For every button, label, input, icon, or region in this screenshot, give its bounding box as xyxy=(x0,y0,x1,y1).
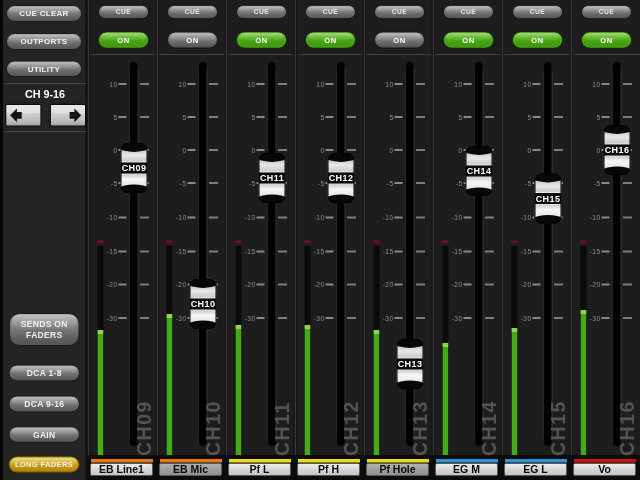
svg-text:LONG FADERS: LONG FADERS xyxy=(15,460,73,469)
svg-text:CH09: CH09 xyxy=(133,400,155,456)
svg-text:ON: ON xyxy=(393,36,405,45)
svg-text:0: 0 xyxy=(113,147,117,154)
svg-text:ON: ON xyxy=(117,36,129,45)
svg-text:GAIN: GAIN xyxy=(33,430,55,440)
svg-text:0: 0 xyxy=(389,147,393,154)
svg-text:5: 5 xyxy=(320,114,324,121)
svg-text:CH14: CH14 xyxy=(478,400,500,456)
svg-text:EB Line1: EB Line1 xyxy=(99,463,144,475)
svg-text:EG L: EG L xyxy=(523,463,548,475)
svg-text:CH12: CH12 xyxy=(340,400,362,456)
svg-text:CH 9-16: CH 9-16 xyxy=(25,88,65,100)
svg-text:-15: -15 xyxy=(245,248,256,255)
svg-text:DCA 9-16: DCA 9-16 xyxy=(24,399,64,409)
svg-text:-15: -15 xyxy=(383,248,394,255)
svg-text:-20: -20 xyxy=(245,281,256,288)
svg-text:-30: -30 xyxy=(383,315,394,322)
svg-text:10: 10 xyxy=(523,81,531,88)
svg-text:-5: -5 xyxy=(525,180,532,187)
svg-text:DCA 1-8: DCA 1-8 xyxy=(27,368,62,378)
svg-text:-30: -30 xyxy=(314,315,325,322)
svg-text:10: 10 xyxy=(454,81,462,88)
svg-text:-5: -5 xyxy=(456,180,463,187)
svg-text:-10: -10 xyxy=(245,214,256,221)
svg-text:5: 5 xyxy=(182,114,186,121)
svg-text:CH13: CH13 xyxy=(409,400,431,456)
svg-text:-5: -5 xyxy=(111,180,118,187)
svg-text:0: 0 xyxy=(182,147,186,154)
svg-text:-10: -10 xyxy=(107,214,118,221)
svg-text:UTILITY: UTILITY xyxy=(28,65,61,74)
svg-text:-5: -5 xyxy=(318,180,325,187)
svg-text:-10: -10 xyxy=(314,214,325,221)
svg-text:CH16: CH16 xyxy=(605,145,630,155)
svg-text:CH15: CH15 xyxy=(547,400,569,456)
svg-text:0: 0 xyxy=(320,147,324,154)
svg-text:SENDS ON: SENDS ON xyxy=(21,319,68,329)
svg-text:ON: ON xyxy=(186,36,198,45)
svg-text:OUTPORTS: OUTPORTS xyxy=(21,37,68,46)
svg-text:10: 10 xyxy=(385,81,393,88)
svg-text:-30: -30 xyxy=(176,315,187,322)
svg-text:Vo: Vo xyxy=(598,463,611,475)
svg-text:CUE CLEAR: CUE CLEAR xyxy=(19,9,68,18)
svg-text:EB Mic: EB Mic xyxy=(173,463,208,475)
svg-text:CUE: CUE xyxy=(530,8,546,15)
svg-text:ON: ON xyxy=(324,36,336,45)
svg-text:10: 10 xyxy=(316,81,324,88)
svg-text:-10: -10 xyxy=(590,214,601,221)
svg-text:-10: -10 xyxy=(176,214,187,221)
svg-text:-20: -20 xyxy=(521,281,532,288)
svg-text:-20: -20 xyxy=(176,281,187,288)
svg-text:-5: -5 xyxy=(594,180,601,187)
svg-text:0: 0 xyxy=(527,147,531,154)
svg-text:-30: -30 xyxy=(590,315,601,322)
svg-text:10: 10 xyxy=(109,81,117,88)
svg-text:5: 5 xyxy=(389,114,393,121)
svg-text:-10: -10 xyxy=(383,214,394,221)
svg-text:-20: -20 xyxy=(383,281,394,288)
svg-text:-30: -30 xyxy=(521,315,532,322)
svg-text:CH10: CH10 xyxy=(191,299,216,309)
svg-text:-20: -20 xyxy=(107,281,118,288)
svg-text:CUE: CUE xyxy=(461,8,477,15)
svg-text:ON: ON xyxy=(462,36,474,45)
svg-text:Pf L: Pf L xyxy=(250,463,270,475)
svg-text:-15: -15 xyxy=(314,248,325,255)
svg-text:CH16: CH16 xyxy=(616,400,638,456)
svg-text:-15: -15 xyxy=(452,248,463,255)
svg-text:CH10: CH10 xyxy=(202,400,224,456)
svg-text:5: 5 xyxy=(596,114,600,121)
svg-text:CH14: CH14 xyxy=(467,166,492,176)
svg-text:-5: -5 xyxy=(387,180,394,187)
svg-text:10: 10 xyxy=(592,81,600,88)
svg-text:0: 0 xyxy=(251,147,255,154)
svg-text:-30: -30 xyxy=(452,315,463,322)
svg-text:EG M: EG M xyxy=(453,463,480,475)
svg-text:-15: -15 xyxy=(176,248,187,255)
svg-text:10: 10 xyxy=(247,81,255,88)
svg-text:-20: -20 xyxy=(590,281,601,288)
svg-text:CUE: CUE xyxy=(323,8,339,15)
svg-text:ON: ON xyxy=(531,36,543,45)
svg-text:-20: -20 xyxy=(452,281,463,288)
svg-text:CUE: CUE xyxy=(392,8,408,15)
svg-text:-15: -15 xyxy=(590,248,601,255)
svg-text:5: 5 xyxy=(251,114,255,121)
svg-text:CH15: CH15 xyxy=(536,194,561,204)
svg-text:CH09: CH09 xyxy=(122,163,147,173)
svg-text:5: 5 xyxy=(458,114,462,121)
svg-text:CUE: CUE xyxy=(254,8,270,15)
svg-text:-15: -15 xyxy=(107,248,118,255)
svg-text:10: 10 xyxy=(178,81,186,88)
svg-text:0: 0 xyxy=(596,147,600,154)
svg-text:0: 0 xyxy=(458,147,462,154)
svg-text:5: 5 xyxy=(527,114,531,121)
svg-text:FADERS: FADERS xyxy=(26,330,62,340)
svg-text:CUE: CUE xyxy=(116,8,132,15)
svg-text:ON: ON xyxy=(600,36,612,45)
svg-text:Pf H: Pf H xyxy=(318,463,339,475)
svg-text:CH11: CH11 xyxy=(271,401,293,456)
svg-text:CUE: CUE xyxy=(185,8,201,15)
svg-text:-5: -5 xyxy=(249,180,256,187)
